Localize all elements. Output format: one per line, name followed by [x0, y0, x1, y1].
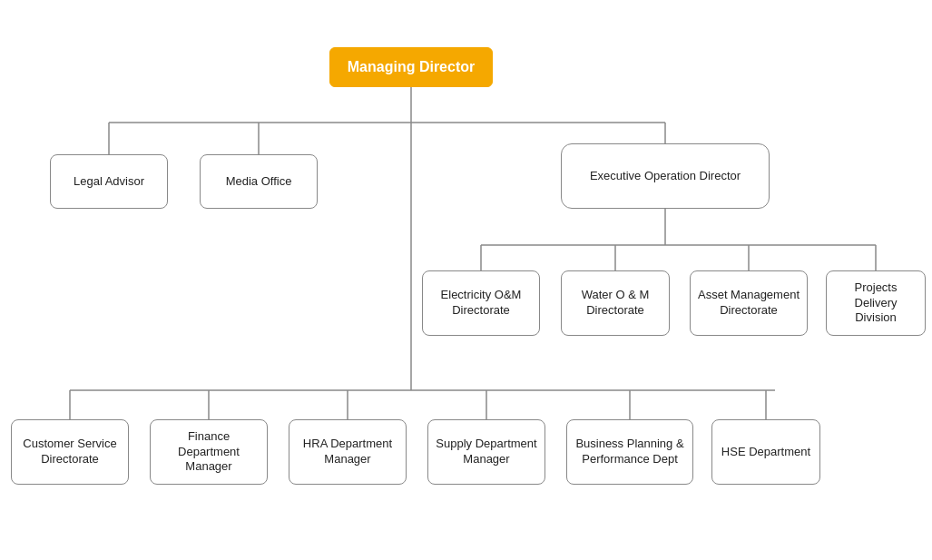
- projects-delivery-node: Projects Delivery Division: [826, 270, 926, 336]
- asset-mgmt-node: Asset Management Directorate: [690, 270, 808, 336]
- water-om-node: Water O & M Directorate: [561, 270, 670, 336]
- customer-service-node: Customer Service Directorate: [11, 419, 129, 485]
- hra-dept-node: HRA Department Manager: [289, 419, 407, 485]
- media-office-node: Media Office: [200, 154, 318, 209]
- electricity-om-node: Electricity O&M Directorate: [422, 270, 540, 336]
- hse-dept-node: HSE Department: [711, 419, 820, 485]
- supply-dept-node: Supply Department Manager: [427, 419, 545, 485]
- exec-operation-director-node: Executive Operation Director: [561, 143, 770, 209]
- legal-advisor-node: Legal Advisor: [50, 154, 168, 209]
- org-chart: Managing Director Legal Advisor Media Of…: [0, 0, 932, 560]
- finance-dept-node: Finance Department Manager: [150, 419, 268, 485]
- business-planning-node: Business Planning & Performance Dept: [566, 419, 693, 485]
- managing-director-node: Managing Director: [329, 47, 493, 87]
